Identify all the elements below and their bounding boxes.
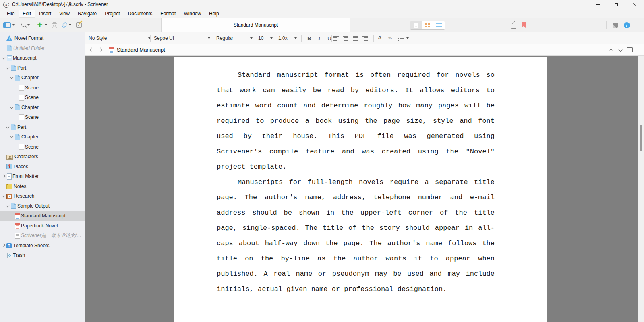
binder-item-paperback-novel[interactable]: Paperback Novel (0, 221, 85, 231)
binder-item-chapter[interactable]: Chapter (0, 103, 85, 113)
restore-button[interactable] (607, 0, 625, 9)
font-size-select[interactable]: 10 (258, 34, 273, 43)
folder-icon (11, 65, 16, 71)
compose-mode-button[interactable] (610, 18, 620, 32)
chevron-right-icon[interactable] (1, 173, 6, 179)
chevron-down-icon[interactable] (5, 65, 10, 71)
binder-item-notes[interactable]: Notes (0, 182, 85, 192)
binder-item-scene[interactable]: Scene (0, 112, 85, 122)
align-center-button[interactable] (341, 34, 350, 43)
binder-item-sample-output[interactable]: Sample Output (0, 201, 85, 211)
next-doc-chevron-icon[interactable] (618, 47, 623, 52)
formatbar-separator (213, 35, 213, 42)
binder-item-research[interactable]: Research (0, 191, 85, 201)
back-chevron-icon[interactable] (89, 47, 94, 52)
binder-item-standard-manuscript[interactable]: Standard Manuscript (0, 211, 85, 221)
menu-edit[interactable]: Edit (19, 10, 35, 18)
view-mode-corkboard[interactable] (422, 21, 434, 29)
italic-button[interactable]: I (315, 34, 324, 43)
chevron-spacer (1, 184, 6, 189)
binder-item-part[interactable]: Part (0, 63, 85, 73)
font-select[interactable]: Segoe UI (154, 34, 210, 43)
menu-insert[interactable]: Insert (35, 10, 55, 18)
highlight-button[interactable]: ✎ (385, 34, 395, 43)
text-color-button[interactable]: A (375, 34, 385, 43)
binder-item-label: Scene (25, 114, 40, 120)
close-button[interactable] (625, 0, 644, 9)
document-view-icon (414, 23, 418, 28)
binder-item-scrivener[interactable]: Scrivener是一款专业论文/小... (0, 231, 85, 241)
chevron-down-icon[interactable] (5, 203, 10, 209)
binder-item-untitled-folder[interactable]: Untitled Folder (0, 43, 85, 54)
chevron-right-icon[interactable] (1, 243, 6, 248)
document-tab[interactable]: Standard Manuscript (161, 18, 350, 32)
align-justify-button[interactable] (350, 34, 360, 43)
chevron-spacer (1, 154, 6, 159)
menu-help[interactable]: Help (205, 10, 223, 18)
menu-view[interactable]: View (55, 10, 74, 18)
chevron-down-icon[interactable] (1, 193, 6, 199)
search-dropdown[interactable] (26, 18, 31, 32)
line-spacing-select[interactable]: 1.0x (278, 34, 297, 43)
binder-item-manuscript[interactable]: Manuscript (0, 53, 85, 63)
window-controls (588, 0, 644, 9)
binder-item-template-sheets[interactable]: Template Sheets (0, 241, 85, 251)
minimize-button[interactable] (588, 0, 607, 9)
binder-item-characters[interactable]: Characters (0, 152, 85, 162)
binder-item-scene[interactable]: Scene (0, 142, 85, 152)
chevron-down-icon[interactable] (9, 105, 14, 110)
chevron-down-icon[interactable] (9, 134, 14, 140)
move-to-trash-button[interactable] (49, 18, 60, 32)
binder-item-places[interactable]: Places (0, 162, 85, 172)
vertical-scrollbar[interactable] (638, 56, 644, 322)
share-button[interactable] (508, 18, 519, 32)
folder-icon (15, 75, 20, 81)
forward-chevron-icon[interactable] (98, 47, 102, 52)
chevron-down-icon[interactable] (5, 124, 10, 130)
chevron-down-icon[interactable] (9, 75, 14, 80)
menu-window[interactable]: Window (180, 10, 205, 18)
bookmark-button[interactable] (519, 18, 528, 32)
chevron-down-icon[interactable] (1, 55, 6, 61)
scrollbar-thumb[interactable] (640, 125, 642, 151)
binder-item-front-matter[interactable]: Front Matter (0, 171, 85, 182)
list-dropdown[interactable] (405, 34, 410, 43)
editor-header: Standard Manuscript (85, 44, 644, 56)
bold-button[interactable]: B (304, 34, 314, 43)
align-left-button[interactable] (331, 34, 341, 43)
binder-item-part[interactable]: Part (0, 122, 85, 132)
folder-icon (15, 134, 20, 140)
list-button[interactable] (396, 34, 406, 43)
search-icon (21, 23, 25, 27)
binder-item-scene[interactable]: Scene (0, 83, 85, 93)
binder-item-trash[interactable]: Trash (0, 250, 85, 260)
menu-format[interactable]: Format (156, 10, 180, 18)
chevron-down-icon (294, 37, 297, 39)
trash-icon (7, 253, 12, 258)
inspector-button[interactable]: i (621, 18, 632, 32)
menu-project[interactable]: Project (101, 10, 124, 18)
binder-toggle-dropdown[interactable] (11, 18, 16, 32)
menu-file[interactable]: File (3, 10, 19, 18)
align-right-button[interactable] (360, 34, 370, 43)
compose-button[interactable] (73, 18, 85, 32)
binder-item-novel-format[interactable]: Novel Format (0, 33, 85, 43)
scene-icon (19, 95, 24, 101)
menu-documents[interactable]: Documents (124, 10, 157, 18)
view-mode-outliner[interactable] (433, 21, 445, 29)
binder-item-chapter[interactable]: Chapter (0, 73, 85, 83)
binder-item-scene[interactable]: Scene (0, 93, 85, 103)
menu-navigate[interactable]: Navigate (74, 10, 101, 18)
binder-item-label: Research (14, 193, 36, 199)
split-editor-icon[interactable] (627, 47, 633, 52)
binder-item-chapter[interactable]: Chapter (0, 132, 85, 142)
attach-dropdown[interactable] (68, 18, 72, 32)
font-variant-select[interactable]: Regular (216, 34, 253, 43)
binder-item-label: Notes (14, 184, 28, 189)
add-item-dropdown[interactable] (43, 18, 48, 32)
previous-doc-chevron-icon[interactable] (609, 48, 613, 53)
view-mode-document[interactable] (410, 21, 422, 29)
binder-toggle-button[interactable] (2, 18, 12, 32)
align-right-icon (362, 36, 368, 41)
style-select[interactable]: No Style (89, 34, 151, 43)
